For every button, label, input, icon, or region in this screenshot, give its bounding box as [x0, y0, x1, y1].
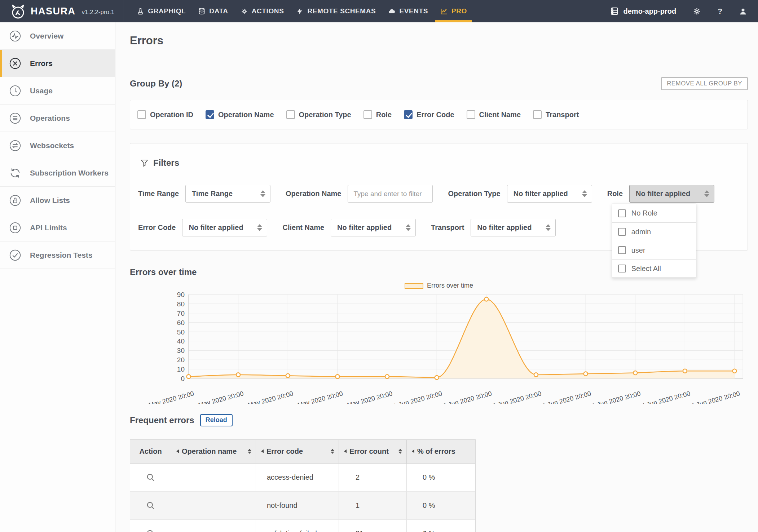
nav-item-actions[interactable]: ACTIONS	[234, 0, 290, 22]
checkbox[interactable]	[137, 110, 146, 119]
nav-item-graphiql[interactable]: GRAPHIQL	[131, 0, 192, 22]
role-label: Role	[607, 190, 623, 198]
column-header-operation-name[interactable]: Operation name	[171, 440, 256, 464]
role-option-user[interactable]: user	[612, 241, 696, 259]
checkbox[interactable]	[618, 209, 626, 217]
groupby-option-error-code[interactable]: Error Code	[404, 110, 454, 119]
sort-icon[interactable]	[398, 449, 402, 454]
client-name-select[interactable]: No filter applied	[331, 219, 416, 236]
sidebar-item-overview[interactable]: Overview	[0, 22, 115, 50]
transport-select[interactable]: No filter applied	[471, 219, 556, 236]
svg-text:14 Jun 2020 20:00: 14 Jun 2020 20:00	[637, 390, 691, 404]
cell-operation-name	[171, 492, 256, 520]
role-dropdown-menu: No Role admin user Select All	[612, 204, 696, 278]
cell-error-code: validation-failed	[256, 520, 339, 532]
svg-text:10 Jun 2020 20:00: 10 Jun 2020 20:00	[588, 390, 642, 404]
project-selector[interactable]: demo-app-prod	[610, 6, 677, 16]
collapse-icon[interactable]	[261, 449, 264, 453]
svg-text:30: 30	[177, 347, 185, 354]
project-name: demo-app-prod	[623, 7, 677, 15]
collapse-icon[interactable]	[176, 449, 179, 453]
sidebar-item-api-limits[interactable]: API Limits	[0, 214, 115, 241]
nav-item-data[interactable]: DATA	[192, 0, 234, 22]
operation-name-input[interactable]	[348, 185, 433, 203]
nav-item-pro[interactable]: PRO	[434, 0, 473, 22]
sidebar-item-label: Usage	[30, 87, 53, 95]
row-inspect-button[interactable]	[130, 520, 171, 532]
brand-block[interactable]: HASURA v1.2.2-pro.1	[0, 0, 123, 22]
checkbox[interactable]	[206, 110, 214, 119]
groupby-option-client-name[interactable]: Client Name	[467, 110, 521, 119]
checkbox[interactable]	[363, 110, 372, 119]
groupby-option-role[interactable]: Role	[363, 110, 392, 119]
sidebar-item-usage[interactable]: Usage	[0, 77, 115, 105]
sort-icon[interactable]	[248, 449, 251, 454]
question-mark-icon: ?	[718, 7, 722, 15]
row-inspect-button[interactable]	[130, 464, 171, 492]
checkbox[interactable]	[618, 228, 626, 236]
remove-all-group-by-button[interactable]: REMOVE ALL GROUP BY	[661, 77, 748, 90]
column-header-pct-of-errors[interactable]: % of errors	[407, 440, 475, 464]
bolt-icon	[296, 8, 304, 15]
title-divider	[130, 56, 748, 56]
sidebar-item-label: Allow Lists	[30, 196, 70, 205]
sidebar-item-allow-lists[interactable]: Allow Lists	[0, 187, 115, 214]
role-select[interactable]: No filter applied	[629, 185, 714, 203]
sort-icon[interactable]	[331, 449, 334, 454]
checkbox[interactable]	[467, 110, 475, 119]
nav-item-label: PRO	[451, 7, 467, 15]
nav-item-remote-schemas[interactable]: REMOTE SCHEMAS	[290, 0, 382, 22]
filters-heading: Filters	[153, 158, 179, 168]
role-option-select-all[interactable]: Select All	[612, 259, 696, 278]
top-navbar: HASURA v1.2.2-pro.1 GRAPHIQL DATA ACTIO	[0, 0, 758, 22]
user-icon	[739, 7, 747, 15]
checkbox[interactable]	[533, 110, 542, 119]
error-code-select[interactable]: No filter applied	[182, 219, 267, 236]
cell-error-count: 1	[339, 492, 407, 520]
role-option-admin[interactable]: admin	[612, 222, 696, 241]
time-range-select[interactable]: Time Range	[185, 185, 270, 203]
sidebar-item-label: Subscription Workers	[30, 169, 109, 177]
role-option-no-role[interactable]: No Role	[612, 204, 696, 222]
error-code-label: Error Code	[138, 223, 176, 232]
operation-type-select[interactable]: No filter applied	[507, 185, 592, 203]
operation-type-label: Operation Type	[448, 190, 500, 198]
column-header-error-count[interactable]: Error count	[339, 440, 407, 464]
list-icon	[9, 112, 21, 124]
cell-error-code: not-found	[256, 492, 339, 520]
sidebar-item-label: API Limits	[30, 223, 67, 232]
sidebar-item-subscription-workers[interactable]: Subscription Workers	[0, 159, 115, 187]
svg-text:01 Jun 2020 20:00: 01 Jun 2020 20:00	[389, 390, 443, 404]
svg-text:27 May 2020 20:00: 27 May 2020 20:00	[338, 390, 393, 404]
checkbox[interactable]	[404, 110, 413, 119]
search-icon	[146, 473, 155, 482]
checkbox[interactable]	[618, 246, 626, 254]
arrows-exchange-icon	[9, 139, 21, 152]
settings-button[interactable]	[693, 7, 701, 15]
groupby-option-operation-id[interactable]: Operation ID	[137, 110, 193, 119]
collapse-icon[interactable]	[412, 449, 414, 453]
svg-text:10: 10	[177, 365, 185, 373]
groupby-option-operation-type[interactable]: Operation Type	[286, 110, 351, 119]
checkbox[interactable]	[286, 110, 295, 119]
database-icon	[198, 8, 206, 15]
reload-button[interactable]: Reload	[200, 414, 233, 426]
sidebar-item-operations[interactable]: Operations	[0, 105, 115, 132]
sidebar-item-regression-tests[interactable]: Regression Tests	[0, 241, 115, 269]
groupby-option-operation-name[interactable]: Operation Name	[206, 110, 274, 119]
navbar-divider	[123, 0, 123, 22]
account-button[interactable]	[739, 7, 747, 15]
time-range-label: Time Range	[138, 190, 179, 198]
sidebar-item-errors[interactable]: Errors	[0, 50, 115, 77]
column-header-error-code[interactable]: Error code	[256, 440, 339, 464]
nav-item-events[interactable]: EVENTS	[382, 0, 434, 22]
help-button[interactable]: ?	[718, 7, 722, 15]
svg-text:08 Jun 2020 20:00: 08 Jun 2020 20:00	[488, 390, 542, 404]
sidebar-item-websockets[interactable]: Websockets	[0, 132, 115, 159]
row-inspect-button[interactable]	[130, 492, 171, 520]
collapse-icon[interactable]	[344, 449, 347, 453]
sidebar-item-label: Errors	[30, 59, 53, 68]
cell-pct-of-errors: 0 %	[407, 464, 475, 492]
checkbox[interactable]	[618, 265, 626, 272]
groupby-option-transport[interactable]: Transport	[533, 110, 579, 119]
